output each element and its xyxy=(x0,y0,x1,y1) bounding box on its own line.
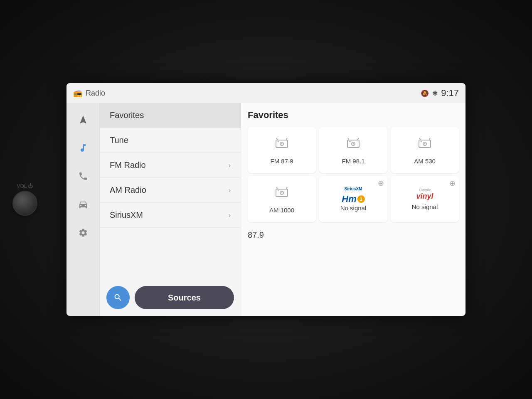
left-panel: Favorites Tune FM Radio › AM Radio › Sir… xyxy=(100,103,241,316)
vol-control[interactable]: VOL ⏻ xyxy=(12,183,37,216)
vol-label: VOL ⏻ xyxy=(17,183,33,189)
radio-title-area: 📻 Radio xyxy=(73,89,421,98)
fav-tile-classic-vinyl[interactable]: ⊕ Classic vinyl No signal xyxy=(391,176,459,222)
vinyl-text: vinyl xyxy=(416,192,433,200)
fav-tile-fm879[interactable]: FM 87.9 xyxy=(248,127,316,173)
fav-tile-am1000[interactable]: AM 1000 xyxy=(248,176,316,222)
nav-car[interactable] xyxy=(73,195,93,214)
radio-icon-am530 xyxy=(417,136,432,154)
siriusxm-chevron: › xyxy=(229,212,231,219)
search-button[interactable] xyxy=(106,286,130,309)
menu-item-fm-radio[interactable]: FM Radio › xyxy=(100,153,241,178)
nav-music[interactable] xyxy=(73,138,93,158)
mute-icon: 🔕 xyxy=(421,89,429,97)
menu-siriusxm-label: SiriusXM xyxy=(110,210,143,220)
fav-tile-am530[interactable]: AM 530 xyxy=(391,127,459,173)
favorites-title: Favorites xyxy=(248,110,459,121)
am-radio-chevron: › xyxy=(229,187,231,194)
menu-am-radio-label: AM Radio xyxy=(110,185,146,195)
radio-header-icon: 📻 xyxy=(73,89,82,98)
classic-add-icon: ⊕ xyxy=(449,179,456,188)
menu-fm-radio-label: FM Radio xyxy=(110,160,146,170)
sirius-hm-num: 1 xyxy=(357,195,365,203)
svg-point-4 xyxy=(281,143,283,144)
menu-favorites-label: Favorites xyxy=(110,111,144,120)
nav-navigation[interactable] xyxy=(73,110,93,130)
svg-point-16 xyxy=(424,143,426,144)
menu-tune-label: Tune xyxy=(110,135,128,145)
svg-point-10 xyxy=(353,143,354,144)
bottom-controls: Sources xyxy=(100,279,241,316)
sources-button[interactable]: Sources xyxy=(135,286,234,309)
fav-tile-fm981[interactable]: FM 98.1 xyxy=(319,127,387,173)
menu-item-tune[interactable]: Tune xyxy=(100,128,241,153)
radio-icon-fm981 xyxy=(346,136,361,154)
nav-phone[interactable] xyxy=(73,166,93,186)
am530-label: AM 530 xyxy=(414,158,436,165)
radio-header-title: Radio xyxy=(86,89,105,98)
clock: 9:17 xyxy=(441,88,459,99)
fm-radio-chevron: › xyxy=(229,162,231,169)
sirius-hm-label: No signal xyxy=(340,204,367,212)
status-bar: 🔕 ✱ 9:17 xyxy=(421,88,459,99)
fm981-label: FM 98.1 xyxy=(342,158,365,165)
sirius-logo-area: Hm 1 xyxy=(342,194,365,204)
top-bar: 📻 Radio 🔕 ✱ 9:17 xyxy=(66,83,466,103)
classic-vinyl-label: No signal xyxy=(412,203,438,210)
fav-tile-sirius-hm[interactable]: ⊕ SiriusXM Hm 1 No signal xyxy=(319,176,387,222)
main-content: Favorites Tune FM Radio › AM Radio › Sir… xyxy=(66,103,466,316)
radio-icon-fm879 xyxy=(274,136,289,154)
radio-icon-am1000 xyxy=(274,185,289,203)
nav-settings[interactable] xyxy=(73,223,93,243)
bluetooth-icon: ✱ xyxy=(432,89,438,97)
favorites-grid: FM 87.9 xyxy=(248,127,459,222)
svg-point-22 xyxy=(281,192,283,193)
sirius-add-icon: ⊕ xyxy=(378,179,384,188)
right-panel: Favorites xyxy=(241,103,466,316)
menu-item-favorites[interactable]: Favorites xyxy=(100,103,241,128)
fm879-label: FM 87.9 xyxy=(270,158,293,165)
classic-text: Classic xyxy=(416,188,433,192)
menu-item-siriusxm[interactable]: SiriusXM › xyxy=(100,203,241,228)
classic-vinyl-logo: Classic vinyl xyxy=(416,188,433,201)
sidebar-nav xyxy=(66,103,100,316)
sirius-hm-letters: Hm xyxy=(342,194,356,204)
am1000-label: AM 1000 xyxy=(269,207,294,214)
car-frame: VOL ⏻ 📻 Radio 🔕 ✱ 9:17 xyxy=(0,0,532,399)
vol-knob[interactable] xyxy=(12,191,37,216)
screen: 📻 Radio 🔕 ✱ 9:17 xyxy=(66,83,466,316)
current-station: 87.9 xyxy=(248,230,459,240)
menu-item-am-radio[interactable]: AM Radio › xyxy=(100,178,241,203)
sirius-brand-text: SiriusXM xyxy=(345,187,362,191)
